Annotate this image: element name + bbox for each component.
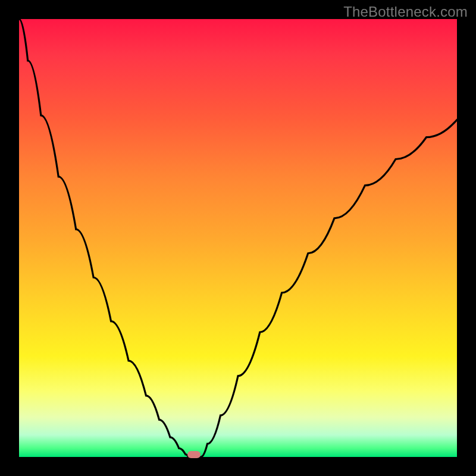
watermark-text: TheBottleneck.com [343, 4, 468, 20]
curve-right-branch [201, 120, 457, 457]
bottleneck-curve [19, 19, 457, 457]
chart-frame: TheBottleneck.com [0, 0, 476, 476]
curve-left-branch [19, 19, 189, 457]
minimum-marker [187, 451, 201, 458]
plot-area [19, 19, 457, 457]
